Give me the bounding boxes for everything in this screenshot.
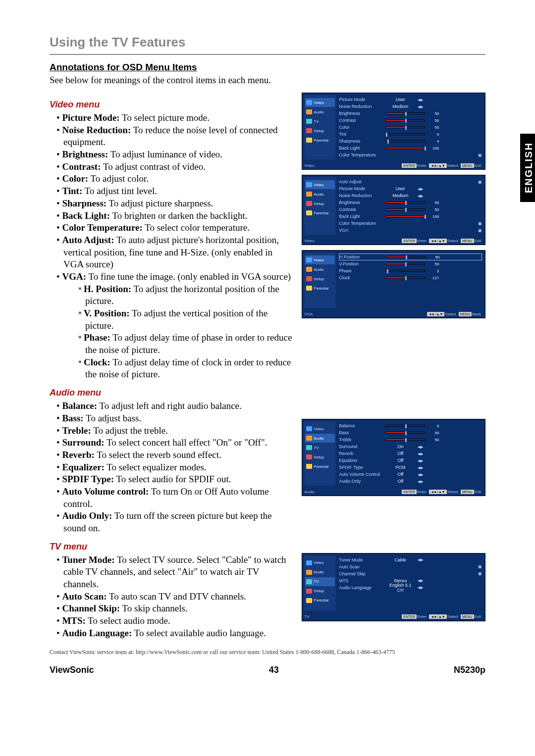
- arrow-icon: ◂▸: [417, 478, 424, 485]
- intro-text: See below for meanings of the control it…: [50, 75, 485, 86]
- osd-nav-label: Audio: [314, 192, 323, 197]
- osd-label: Picture Mode: [339, 97, 383, 102]
- osd-slider: [385, 208, 425, 210]
- osd-value: Off: [385, 458, 415, 463]
- tv-menu-heading: TV menu: [50, 542, 293, 552]
- term: Audio Language:: [62, 628, 132, 638]
- osd-row: Audio OnlyOff◂▸: [339, 478, 482, 485]
- osd-nav-label: Setup: [314, 455, 324, 459]
- osd-value: User: [385, 97, 415, 102]
- osd-footer: VideoENTEREnter◄►/▲▼SelectMENUExit: [302, 237, 485, 245]
- osd-nav-parental: Parental: [305, 462, 335, 471]
- osd-number: 50: [427, 201, 439, 205]
- osd-nav-label: Parental: [314, 464, 328, 469]
- osd-label: Color Temperature: [339, 152, 383, 157]
- osd-audio: VideoAudioTVSetupParentalBalance0Bass50T…: [302, 419, 485, 496]
- desc: To select picture mode.: [120, 112, 210, 123]
- osd-number: 50: [427, 125, 439, 130]
- osd-row: Bass50: [339, 429, 482, 436]
- osd-row: SPDIF TypePCM◂▸: [339, 464, 482, 471]
- osd-label: Balance: [339, 423, 383, 428]
- desc: To select the reverb sound effect.: [95, 450, 221, 460]
- term: Reverb:: [62, 450, 94, 460]
- osd-label: Auto Adjust: [339, 179, 383, 184]
- osd-slider: [385, 140, 425, 142]
- submenu-icon: ▣: [478, 180, 482, 184]
- osd-nav-label: Video: [314, 560, 323, 565]
- osd-slider: [385, 263, 425, 265]
- desc: To adjust bass.: [84, 413, 142, 423]
- term: Auto Volume control:: [62, 486, 149, 497]
- osd-tv: VideoAudioTVSetupParentalTuner ModeCable…: [302, 553, 485, 621]
- svg-rect-1: [306, 109, 312, 114]
- osd-nav-label: Audio: [314, 110, 323, 114]
- osd-label: Brightness: [339, 200, 383, 205]
- osd-nav: VideoAudioSetupParental: [304, 252, 336, 308]
- desc: To adjust contrast of video.: [101, 161, 206, 172]
- osd-label: Auto Scan: [339, 564, 383, 569]
- osd-slider: [385, 202, 425, 203]
- setup-icon: [306, 589, 312, 594]
- audio-menu-heading: Audio menu: [50, 388, 293, 398]
- parental-icon: [306, 286, 312, 291]
- osd-nav-label: Setup: [314, 202, 324, 206]
- osd-footer: VideoENTEREnter◄►/▲▼SelectMENUExit: [302, 161, 485, 169]
- desc: To adjust delay time of phase in order t…: [85, 332, 292, 355]
- svg-rect-20: [306, 579, 312, 584]
- svg-rect-19: [306, 570, 312, 575]
- term: Surround:: [62, 437, 104, 448]
- term: MTS:: [62, 615, 86, 626]
- osd-row: Balance0: [339, 422, 482, 429]
- osd-row: Color Temperature▣: [339, 220, 482, 227]
- osd-row: Contrast50: [339, 117, 482, 124]
- osd-slider: [386, 256, 426, 258]
- term: Channel Skip:: [62, 603, 120, 613]
- osd-video-1: VideoAudioTVSetupParentalPicture ModeUse…: [302, 93, 485, 170]
- osd-number: 0: [427, 424, 439, 428]
- osd-label: Tint: [339, 132, 383, 137]
- audio-icon: [306, 192, 312, 197]
- osd-label: Treble: [339, 437, 383, 442]
- osd-slider: [385, 270, 425, 272]
- osd-value: Off: [385, 451, 415, 456]
- svg-rect-2: [306, 119, 312, 124]
- contact-text: Contact ViewSonic service team at: http:…: [50, 649, 485, 656]
- osd-nav-label: Parental: [314, 211, 328, 215]
- audio-icon: [306, 109, 312, 114]
- arrow-icon: ◂▸: [417, 457, 424, 464]
- osd-row: Noise ReductionMedium◂▸: [339, 192, 482, 199]
- osd-nav-label: Video: [314, 101, 323, 105]
- video-icon: [306, 560, 312, 565]
- osd-row: H.Position50: [339, 253, 482, 260]
- osd-row: Picture ModeUser◂▸: [339, 96, 482, 103]
- setup-icon: [306, 201, 312, 206]
- arrow-icon: ◂▸: [417, 186, 424, 192]
- tv-icon: [306, 579, 312, 584]
- divider: [50, 54, 485, 55]
- osd-video-2: VideoAudioSetupParentalAuto Adjust▣Pictu…: [302, 175, 485, 245]
- osd-value: Medium: [385, 193, 415, 198]
- osd-row: Auto Adjust▣: [339, 178, 482, 185]
- osd-row: V.Position50: [339, 260, 482, 267]
- osd-row: Picture ModeUser◂▸: [339, 185, 482, 192]
- osd-nav-label: TV: [314, 119, 319, 124]
- parental-icon: [306, 210, 312, 215]
- osd-nav: VideoAudioTVSetupParental: [304, 95, 336, 159]
- osd-nav-audio: Audio: [305, 265, 335, 274]
- term: Color Temperature:: [62, 222, 142, 233]
- osd-row: Back Light100: [339, 213, 482, 220]
- osd-value: PCM: [385, 465, 415, 470]
- video-icon: [306, 426, 312, 431]
- osd-nav-audio: Audio: [305, 190, 335, 199]
- arrow-icon: ◂▸: [417, 464, 424, 471]
- desc: To select concert hall effect "On" or "O…: [105, 437, 268, 448]
- osd-nav-label: TV: [314, 579, 319, 584]
- desc: To brighten or darken the backlight.: [110, 210, 247, 221]
- video-icon: [306, 100, 312, 105]
- osd-slider: [385, 147, 425, 149]
- svg-rect-4: [306, 138, 312, 143]
- osd-row: Tuner ModeCable◂▸: [339, 556, 482, 563]
- osd-label: Audio Language: [339, 585, 383, 590]
- svg-rect-21: [306, 589, 312, 594]
- footer-page: 43: [269, 665, 279, 675]
